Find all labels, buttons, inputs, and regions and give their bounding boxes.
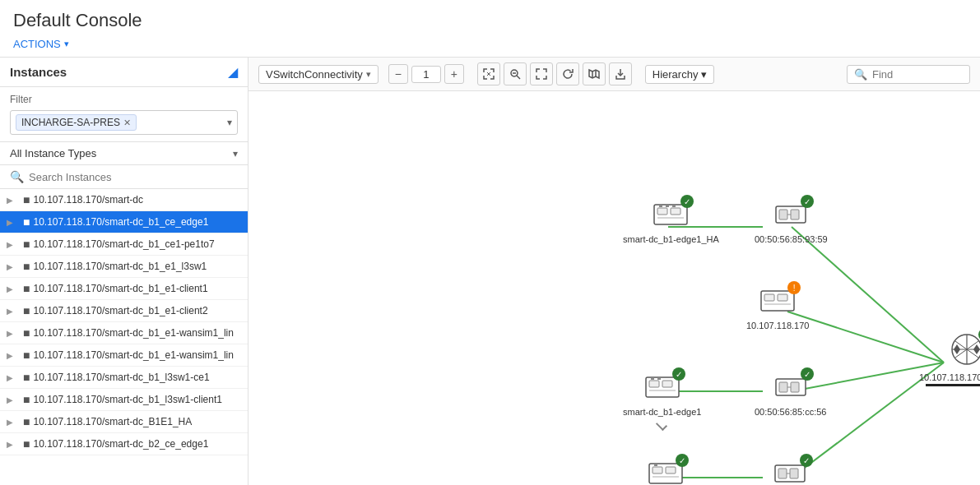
zoom-controls: − 1 + — [388, 64, 464, 84]
router-icon — [945, 331, 980, 367]
search-section: 🔍 — [0, 165, 248, 189]
tree-item-6[interactable]: ▶ ■ 10.107.118.170/smart-dc_b1_e1-client… — [0, 300, 248, 322]
expand-button[interactable] — [530, 62, 553, 85]
node-edge1[interactable]: ✓ smart-dc_b1-edge1 — [623, 371, 701, 417]
toolbar-icons — [477, 62, 632, 85]
tree-item-9[interactable]: ▶ ■ 10.107.118.170/smart-dc_b1_l3sw1-ce1 — [0, 367, 248, 389]
node-badge-orange: ! — [787, 281, 801, 294]
svg-marker-3 — [589, 70, 599, 78]
tree-item-3[interactable]: ▶ ■ 10.107.118.170/smart-dc_b1_ce1-pe1to… — [0, 233, 248, 256]
tree-item-1[interactable]: ▶ ■ 10.107.118.170/smart-dc — [0, 189, 248, 211]
tree-item-label: 10.107.118.170/smart-dc_B1E1_HA — [33, 416, 241, 427]
hierarchy-select[interactable]: Hierarchy ▾ — [645, 65, 715, 84]
tree-item-12[interactable]: ▶ ■ 10.107.118.170/smart-dc_b2_ce_edge1 — [0, 433, 248, 455]
svg-line-1 — [517, 76, 520, 79]
tree-item-label: 10.107.118.170/smart-dc_b1_e1-wansim1_li… — [33, 349, 241, 361]
filter-tag-text: INCHARGE-SA-PRES — [21, 117, 120, 128]
node-icon-wrapper: ✓ — [651, 198, 690, 231]
canvas-toolbar: VSwitchConnectivity ▾ − 1 + — [248, 58, 980, 91]
filter-tag-close[interactable]: ✕ — [123, 118, 131, 128]
find-input[interactable] — [872, 68, 954, 81]
tree-folder-icon: ■ — [23, 238, 30, 251]
tree-chevron: ▶ — [7, 351, 20, 360]
tree-item-label: 10.107.118.170/smart-dc_b1_e1-wansim1_li… — [33, 327, 241, 339]
refresh-button[interactable] — [556, 62, 579, 85]
node-mac2[interactable]: ✓ 00:50:56:85:cc:56 — [755, 371, 826, 417]
tree-item-label: 10.107.118.170/smart-dc_b1_ce_edge1 — [33, 216, 241, 228]
zoom-value: 1 — [411, 66, 441, 83]
filter-dropdown-arrow[interactable]: ▾ — [227, 117, 232, 128]
search-wrapper: 🔍 — [10, 170, 238, 183]
node-underline — [926, 384, 980, 386]
tree-folder-icon: ■ — [23, 193, 30, 206]
zoom-fit-button[interactable] — [477, 62, 500, 85]
tree-item-label: 10.107.118.170/smart-dc_b1_e1-client1 — [33, 283, 241, 294]
svg-rect-36 — [779, 382, 787, 392]
export-button[interactable] — [609, 62, 632, 85]
zoom-in-button[interactable]: + — [444, 64, 464, 84]
view-dropdown-icon: ▾ — [366, 69, 371, 80]
tree-item-label: 10.107.118.170/smart-dc_b1_e1-client2 — [33, 305, 241, 316]
svg-rect-23 — [791, 210, 799, 219]
node-label-2: 00:50:56:85:93:59 — [755, 234, 828, 244]
actions-button[interactable]: ACTIONS — [13, 38, 69, 50]
svg-rect-15 — [657, 208, 667, 215]
node-icon-wrapper-5: ✓ — [771, 371, 810, 404]
view-selector[interactable]: VSwitchConnectivity ▾ — [258, 65, 379, 84]
tree-chevron: ▶ — [7, 262, 20, 271]
tree-folder-icon: ■ — [23, 260, 30, 273]
tree-folder-icon: ■ — [23, 437, 30, 450]
tree-item-10[interactable]: ▶ ■ 10.107.118.170/smart-dc_b1_l3sw1-cli… — [0, 389, 248, 411]
tree-item-4[interactable]: ▶ ■ 10.107.118.170/smart-dc_b1_e1_l3sw1 — [0, 256, 248, 278]
node-icon-wrapper-7: ✓ — [770, 457, 810, 485]
tree-folder-icon: ■ — [23, 215, 30, 229]
canvas-svg — [248, 91, 980, 485]
filter-section: Filter INCHARGE-SA-PRES ✕ ▾ — [0, 87, 248, 142]
tree-item-7[interactable]: ▶ ■ 10.107.118.170/smart-dc_b1_e1-wansim… — [0, 322, 248, 344]
node-mac1[interactable]: ✓ 00:50:56:85:93:59 — [755, 198, 828, 244]
node-icon-wrapper-8: ✓ — [944, 330, 980, 369]
svg-rect-19 — [666, 205, 669, 207]
tree-chevron: ▶ — [7, 373, 20, 382]
svg-rect-37 — [791, 382, 799, 392]
svg-rect-26 — [764, 294, 774, 301]
node-badge-green-7: ✓ — [800, 454, 813, 467]
svg-rect-46 — [790, 469, 798, 478]
tree-chevron: ▶ — [7, 218, 20, 227]
tree-item-5[interactable]: ▶ ■ 10.107.118.170/smart-dc_b1_e1-client… — [0, 278, 248, 300]
node-router[interactable]: ✓ 10.107.118.170/smart... — [919, 330, 980, 386]
node-icon-wrapper-3: ! — [758, 284, 797, 317]
canvas-content[interactable]: ✓ smart-dc_b1-edge1_HA ✓ — [248, 91, 980, 485]
node-label-5: 00:50:56:85:cc:56 — [755, 407, 826, 417]
app-container: Default Console ACTIONS Instances ◢ Filt… — [0, 0, 980, 485]
tree-list: ▶ ■ 10.107.118.170/smart-dc ▶ ■ 10.107.1… — [0, 189, 248, 485]
search-input[interactable] — [29, 171, 238, 183]
svg-rect-30 — [649, 381, 659, 387]
filter-tag: INCHARGE-SA-PRES ✕ — [16, 114, 137, 131]
tree-item-2[interactable]: ▶ ■ 10.107.118.170/smart-dc_b1_ce_edge1 — [0, 211, 248, 233]
filter-icon[interactable]: ◢ — [228, 64, 238, 80]
tree-item-11[interactable]: ▶ ■ 10.107.118.170/smart-dc_B1E1_HA — [0, 411, 248, 433]
map-button[interactable] — [583, 62, 606, 85]
sidebar-header: Instances ◢ — [0, 58, 248, 87]
zoom-out-icon-button[interactable] — [504, 62, 527, 85]
node-badge-green-2: ✓ — [801, 195, 814, 208]
actions-bar: ACTIONS — [0, 35, 980, 57]
tree-folder-icon: ■ — [23, 393, 30, 406]
node-ip[interactable]: ! 10.107.118.170 — [746, 284, 809, 330]
search-icon: 🔍 — [10, 170, 24, 183]
page-header: Default Console — [0, 0, 980, 35]
tree-item-label: 10.107.118.170/smart-dc_b2_ce_edge1 — [33, 438, 241, 450]
zoom-out-button[interactable]: − — [388, 64, 408, 84]
tree-item-8[interactable]: ▶ ■ 10.107.118.170/smart-dc_b1_e1-wansim… — [0, 344, 248, 367]
instance-type-label: All Instance Types — [10, 147, 96, 159]
node-edge1-ha[interactable]: ✓ smart-dc_b1-edge1_HA — [623, 198, 719, 244]
tree-chevron: ▶ — [7, 284, 20, 293]
instance-type-select[interactable]: All Instance Types ▾ — [0, 142, 248, 165]
node-mac3[interactable]: ✓ 00:50:56:85:dd:7f — [755, 457, 825, 485]
canvas-area: VSwitchConnectivity ▾ − 1 + — [248, 58, 980, 485]
svg-rect-16 — [671, 208, 680, 215]
tree-item-label: 10.107.118.170/smart-dc_b1_l3sw1-client1 — [33, 394, 241, 405]
node-customer[interactable]: ✓ smart-dc_b1-customer... — [617, 457, 715, 485]
tree-item-label: 10.107.118.170/smart-dc_b1_l3sw1-ce1 — [33, 372, 241, 383]
